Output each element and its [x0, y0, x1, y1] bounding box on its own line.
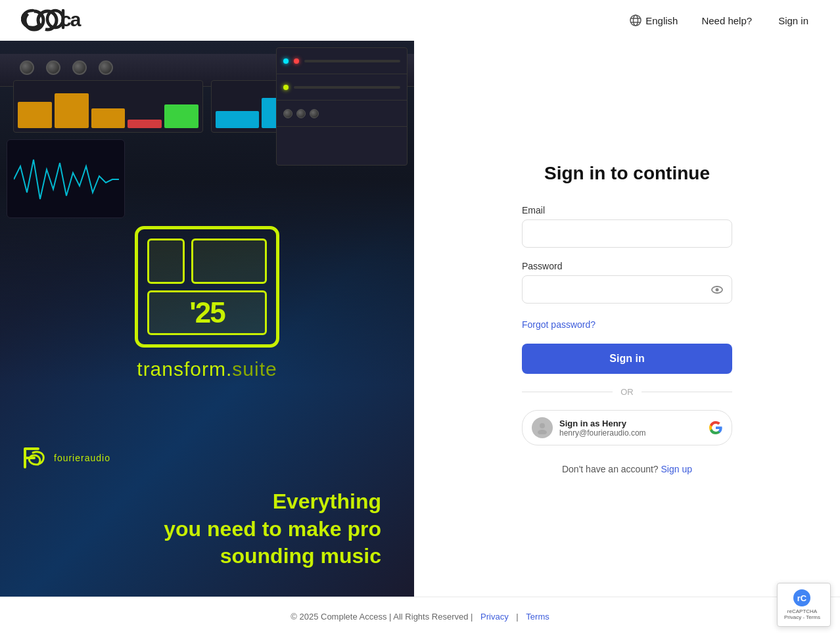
- password-label: Password: [522, 261, 732, 271]
- suite-text: suite: [232, 358, 277, 380]
- left-tagline: Everything you need to make pro sounding…: [20, 488, 394, 570]
- password-visibility-toggle[interactable]: [710, 283, 724, 297]
- right-panel: Sign in to continue Email Password: [414, 41, 840, 597]
- privacy-link[interactable]: Privacy: [480, 612, 509, 622]
- main-layout: '25 transform.suite fourieraudio: [0, 41, 840, 597]
- google-user-avatar: [532, 417, 553, 438]
- google-logo-icon: [709, 421, 722, 434]
- svg-point-11: [538, 430, 547, 434]
- left-panel: '25 transform.suite fourieraudio: [0, 41, 414, 597]
- language-label: English: [645, 15, 678, 26]
- left-bottom-content: fourieraudio Everything you need to make…: [0, 443, 414, 570]
- google-user-email: henry@fourieraudio.com: [559, 428, 703, 438]
- svg-point-4: [630, 15, 641, 26]
- need-help-button[interactable]: Need help?: [691, 11, 762, 30]
- password-input[interactable]: [522, 275, 732, 304]
- email-label: Email: [522, 205, 732, 216]
- footer-copyright: © 2025 Complete Access | All Rights Rese…: [291, 612, 473, 622]
- fourier-audio-label: fourieraudio: [54, 453, 110, 463]
- fourier-icon-svg: [20, 443, 49, 472]
- svg-point-9: [716, 288, 719, 291]
- fourier-logo: fourieraudio: [20, 443, 394, 472]
- svg-point-3: [47, 11, 63, 28]
- google-user-info: Sign in as Henry henry@fourieraudio.com: [559, 419, 703, 438]
- google-user-name: Sign in as Henry: [559, 419, 703, 428]
- brand-logo-area: [21, 7, 74, 34]
- recaptcha-logo: rC reCAPTCHA Privacy - Terms: [784, 589, 820, 621]
- svg-point-10: [540, 423, 545, 428]
- header: ca English Need help? Sign in: [0, 0, 840, 41]
- email-input[interactable]: [522, 219, 732, 248]
- or-text: OR: [620, 387, 634, 397]
- password-wrapper: [522, 275, 732, 304]
- email-group: Email: [522, 205, 732, 248]
- year-badge: '25: [189, 296, 224, 329]
- signin-title: Sign in to continue: [522, 163, 732, 184]
- terms-link[interactable]: Terms: [526, 612, 549, 622]
- language-selector[interactable]: English: [622, 11, 686, 30]
- no-account-text: Don't have an account?: [562, 464, 659, 474]
- svg-text:rC: rC: [797, 593, 807, 603]
- svg-point-5: [634, 15, 638, 26]
- transform-suite-logo: '25 transform.suite: [135, 226, 279, 380]
- transform-suite-text: transform.suite: [137, 358, 277, 380]
- avatar-icon: [536, 421, 549, 434]
- transform-text: transform.: [137, 358, 232, 380]
- recaptcha-badge: rC reCAPTCHA Privacy - Terms: [777, 583, 831, 627]
- or-line-left: [522, 392, 613, 392]
- tagline-line2: you need to make pro: [20, 516, 381, 543]
- signin-form: Sign in to continue Email Password: [522, 163, 732, 474]
- tagline-line3: sounding music: [20, 543, 381, 570]
- recaptcha-text: reCAPTCHA Privacy - Terms: [784, 608, 820, 621]
- password-group: Password: [522, 261, 732, 304]
- header-signin-button[interactable]: Sign in: [768, 11, 819, 30]
- footer: © 2025 Complete Access | All Rights Rese…: [0, 597, 840, 636]
- forgot-password-link[interactable]: Forgot password?: [522, 319, 595, 330]
- header-actions: English Need help? Sign in: [622, 11, 819, 30]
- signup-link[interactable]: Sign up: [661, 464, 692, 474]
- ca-logo-svg: [21, 7, 74, 32]
- or-divider: OR: [522, 387, 732, 397]
- eye-icon: [710, 283, 724, 297]
- or-line-right: [642, 392, 732, 392]
- google-signin-button[interactable]: Sign in as Henry henry@fourieraudio.com: [522, 410, 732, 445]
- globe-icon: [630, 14, 642, 26]
- footer-separator: |: [516, 612, 518, 622]
- tagline-line1: Everything: [20, 488, 381, 516]
- recaptcha-icon: rC: [793, 589, 811, 607]
- signup-prompt: Don't have an account? Sign up: [522, 464, 732, 474]
- signin-submit-button[interactable]: Sign in: [522, 344, 732, 374]
